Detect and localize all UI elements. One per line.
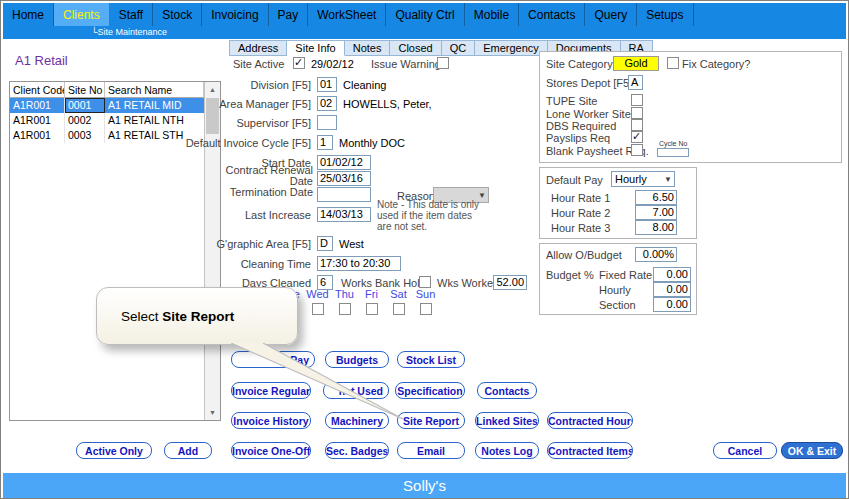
cell-site-no[interactable]: 0003 (65, 128, 105, 143)
email-button[interactable]: Email (397, 442, 465, 459)
hour-rate-1-field[interactable]: 6.50 (635, 190, 677, 205)
allow-over-budget-field[interactable]: 0.00% (635, 247, 677, 262)
default-pay-select[interactable]: Hourly▼ (611, 171, 675, 187)
menu-item-clients[interactable]: Clients (54, 3, 110, 26)
fixed-rate-field[interactable]: 0.00 (653, 267, 691, 282)
payslips-req-checkbox[interactable] (631, 131, 643, 143)
menu-item-query[interactable]: Query (585, 3, 637, 26)
menu-item-stock[interactable]: Stock (153, 3, 202, 26)
invoice-cycle-code-field[interactable]: 1 (317, 135, 333, 150)
last-increase-note: Note - This date is only used if the ite… (377, 199, 487, 232)
contracted-hours-button[interactable]: Contracted Hours (547, 412, 633, 429)
pay-button[interactable]: l Pay (231, 351, 315, 368)
hour-rate-2-field[interactable]: 7.00 (635, 205, 677, 220)
menu-item-contacts[interactable]: Contacts (519, 3, 585, 26)
cancel-button[interactable]: Cancel (713, 442, 777, 459)
invoice-regular-button[interactable]: Invoice Regular (231, 382, 311, 399)
tab-closed[interactable]: Closed (390, 40, 441, 56)
column-header-search-name[interactable]: Search Name (105, 82, 204, 98)
cell-search-name[interactable]: A1 RETAIL MID (105, 98, 204, 113)
fixed-rate-label: Fixed Rate (599, 269, 652, 281)
table-row[interactable]: A1R001 0003 A1 RETAIL STH (10, 128, 204, 143)
tab-qc[interactable]: QC (442, 40, 476, 56)
tab-address[interactable]: Address (229, 40, 287, 56)
column-header-client-code[interactable]: Client Code (10, 82, 65, 98)
area-manager-code-field[interactable]: 02 (317, 96, 337, 111)
site-active-checkbox[interactable] (293, 57, 305, 69)
cell-client-code[interactable]: A1R001 (10, 113, 65, 128)
day-checkbox-sat[interactable] (393, 303, 405, 315)
notes-log-button[interactable]: Notes Log (475, 442, 539, 459)
budgets-button[interactable]: Budgets (325, 351, 389, 368)
active-only-button[interactable]: Active Only (76, 442, 152, 459)
blank-paysheet-checkbox[interactable] (631, 144, 643, 156)
budget-hourly-field[interactable]: 0.00 (653, 282, 691, 297)
column-header-site-no[interactable]: Site No (65, 82, 105, 98)
sec-badges-button[interactable]: Sec. Badges (325, 442, 389, 459)
hour-rate-3-field[interactable]: 8.00 (635, 220, 677, 235)
issue-warning-checkbox[interactable] (437, 57, 449, 69)
menu-item-home[interactable]: Home (3, 3, 54, 26)
cell-site-no[interactable]: 0002 (65, 113, 105, 128)
menu-item-worksheet[interactable]: WorkSheet (308, 3, 386, 26)
last-increase-field[interactable]: 14/03/13 (317, 207, 371, 222)
stores-depot-field[interactable]: A (628, 75, 643, 90)
tupe-site-checkbox[interactable] (631, 94, 643, 106)
menu-item-staff[interactable]: Staff (110, 3, 153, 26)
termination-date-field[interactable] (317, 187, 371, 202)
cell-site-no[interactable]: 0001 (65, 98, 105, 113)
payslips-req-label: Payslips Req (546, 132, 610, 144)
cycle-no-field[interactable] (657, 148, 689, 157)
app-window: Home Clients Staff Stock Invoicing Pay W… (0, 0, 849, 499)
day-checkbox-thu[interactable] (339, 303, 351, 315)
budget-section-field[interactable]: 0.00 (653, 297, 691, 312)
stock-list-button[interactable]: Stock List (397, 351, 465, 368)
machinery-button[interactable]: Machinery (325, 412, 389, 429)
cell-search-name[interactable]: A1 RETAIL NTH (105, 113, 204, 128)
geographic-area-code-field[interactable]: D (317, 236, 333, 251)
scroll-down-icon[interactable]: ▼ (205, 405, 220, 420)
add-button[interactable]: Add (164, 442, 212, 459)
net-used-button[interactable]: net Used (323, 382, 389, 399)
invoice-one-off-button[interactable]: Invoice One-Off (231, 442, 311, 459)
scrollbar[interactable]: ▲ ▼ (204, 82, 220, 420)
tab-site-info[interactable]: Site Info (287, 40, 344, 56)
linked-sites-button[interactable]: Linked Sites (475, 412, 539, 429)
menu-item-pay[interactable]: Pay (269, 3, 309, 26)
supervisor-code-field[interactable] (317, 115, 337, 130)
contacts-button[interactable]: Contacts (477, 382, 537, 399)
menu-item-setups[interactable]: Setups (637, 3, 693, 26)
fix-category-checkbox[interactable] (667, 57, 679, 69)
table-row[interactable]: A1R001 0002 A1 RETAIL NTH (10, 113, 204, 128)
wks-worked-label: Wks Worked (437, 277, 499, 289)
cell-client-code[interactable]: A1R001 (10, 128, 65, 143)
cell-client-code[interactable]: A1R001 (10, 98, 65, 113)
works-bank-hols-checkbox[interactable] (419, 276, 431, 288)
scroll-up-icon[interactable]: ▲ (205, 82, 220, 97)
table-row[interactable]: A1R001 0001 A1 RETAIL MID (10, 98, 204, 113)
area-manager-name: HOWELLS, Peter, (343, 98, 432, 110)
site-report-button[interactable]: Site Report (397, 412, 465, 429)
contract-renewal-field[interactable]: 25/03/16 (317, 171, 371, 186)
menu-item-invoicing[interactable]: Invoicing (202, 3, 268, 26)
specification-button[interactable]: Specification (395, 382, 465, 399)
menu-item-mobile[interactable]: Mobile (465, 3, 519, 26)
start-date-field[interactable]: 01/02/12 (317, 155, 371, 170)
day-checkbox-sun[interactable] (420, 303, 432, 315)
ok-exit-button[interactable]: OK & Exit (781, 442, 843, 459)
tab-emergency[interactable]: Emergency (475, 40, 548, 56)
day-checkbox-wed[interactable] (312, 303, 324, 315)
lone-worker-checkbox[interactable] (631, 107, 643, 119)
contracted-items-button[interactable]: Contracted Items (547, 442, 633, 459)
invoice-history-button[interactable]: Invoice History (231, 412, 311, 429)
termination-date-label: Termination Date (223, 187, 313, 198)
day-checkbox-fri[interactable] (366, 303, 378, 315)
cleaning-time-field[interactable]: 17:30 to 20:30 (317, 256, 401, 271)
menu-item-quality-ctrl[interactable]: Quality Ctrl (386, 3, 464, 26)
submenu-label[interactable]: Site Maintenance (97, 27, 167, 37)
wks-worked-field[interactable]: 52.00 (493, 275, 527, 290)
division-code-field[interactable]: 01 (317, 77, 337, 92)
tab-notes[interactable]: Notes (345, 40, 391, 56)
site-category-field[interactable]: Gold (613, 56, 659, 71)
scrollbar-thumb[interactable] (206, 98, 219, 134)
